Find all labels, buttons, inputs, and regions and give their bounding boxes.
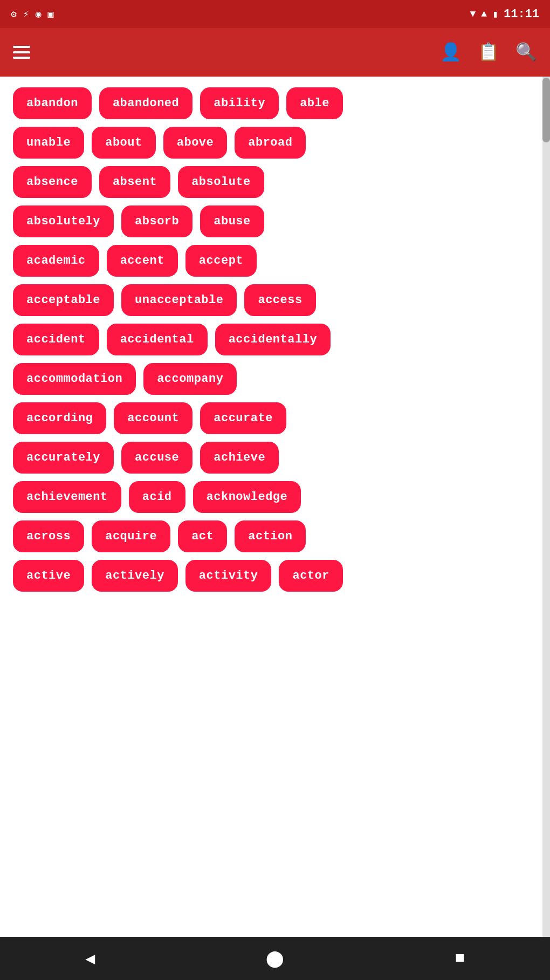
word-chip[interactable]: according [13, 402, 106, 434]
status-bar-right-icons: ▼ ▲ ▮ 11:11 [470, 8, 539, 21]
word-chip[interactable]: accuse [121, 442, 192, 474]
word-row: acceptableunacceptableaccess [13, 284, 532, 316]
toolbar-right: 👤 📋 🔍 [440, 42, 537, 63]
clock: 11:11 [504, 8, 539, 21]
word-chip[interactable]: achieve [200, 442, 279, 474]
word-row: accuratelyaccuseachieve [13, 442, 532, 474]
main-area: abandonabandonedabilityableunableaboutab… [0, 77, 550, 937]
signal-icon: ▲ [481, 9, 487, 19]
word-chip[interactable]: achievement [13, 481, 121, 513]
word-chip[interactable]: accurate [200, 402, 286, 434]
word-row: achievementacidacknowledge [13, 481, 532, 513]
back-button[interactable]: ◀ [85, 949, 95, 969]
word-chip[interactable]: actor [279, 560, 343, 592]
word-chip[interactable]: across [13, 520, 84, 552]
sim-icon: ▣ [48, 8, 54, 20]
word-chip[interactable]: absorb [121, 205, 192, 237]
word-row: accommodationaccompany [13, 363, 532, 395]
word-list: abandonabandonedabilityableunableaboutab… [0, 77, 542, 937]
word-chip[interactable]: active [13, 560, 84, 592]
scrollbar-track[interactable] [542, 77, 550, 937]
settings-icon: ⚙ [11, 8, 17, 20]
word-chip[interactable]: absent [99, 166, 170, 198]
word-row: unableaboutaboveabroad [13, 127, 532, 159]
hamburger-menu[interactable] [13, 46, 30, 59]
word-chip[interactable]: accurately [13, 442, 114, 474]
word-chip[interactable]: absolute [178, 166, 264, 198]
word-chip[interactable]: ability [200, 87, 279, 119]
word-chip[interactable]: about [92, 127, 156, 159]
person-voice-icon[interactable]: 👤 [440, 42, 462, 63]
word-chip[interactable]: activity [185, 560, 272, 592]
word-row: absolutelyabsorbabuse [13, 205, 532, 237]
word-chip[interactable]: accent [107, 245, 178, 277]
word-chip[interactable]: accept [185, 245, 257, 277]
search-icon[interactable]: 🔍 [515, 42, 537, 63]
word-chip[interactable]: act [178, 520, 227, 552]
word-chip[interactable]: accidentally [215, 324, 331, 355]
word-row: accidentaccidentalaccidentally [13, 324, 532, 355]
word-chip[interactable]: academic [13, 245, 99, 277]
word-chip[interactable]: acid [129, 481, 185, 513]
word-chip[interactable]: abroad [235, 127, 306, 159]
circle-icon: ◉ [36, 8, 42, 20]
home-button[interactable]: ⬤ [266, 949, 284, 969]
word-chip[interactable]: acknowledge [193, 481, 301, 513]
word-chip[interactable]: accompany [143, 363, 237, 395]
word-chip[interactable]: abuse [200, 205, 264, 237]
flash-icon: ⚡ [23, 8, 29, 20]
recent-apps-button[interactable]: ■ [455, 949, 465, 968]
word-chip[interactable]: acquire [92, 520, 170, 552]
word-chip[interactable]: absolutely [13, 205, 114, 237]
word-chip[interactable]: unacceptable [121, 284, 237, 316]
word-row: academicaccentaccept [13, 245, 532, 277]
word-chip[interactable]: unable [13, 127, 84, 159]
word-chip[interactable]: access [244, 284, 315, 316]
word-chip[interactable]: acceptable [13, 284, 114, 316]
status-bar-left-icons: ⚙ ⚡ ◉ ▣ [11, 8, 53, 20]
notebook-icon[interactable]: 📋 [478, 42, 499, 63]
word-chip[interactable]: accident [13, 324, 99, 355]
word-chip[interactable]: account [114, 402, 192, 434]
word-chip[interactable]: abandoned [99, 87, 192, 119]
word-chip[interactable]: abandon [13, 87, 92, 119]
word-chip[interactable]: above [163, 127, 228, 159]
battery-icon: ▮ [492, 8, 498, 20]
word-row: abandonabandonedabilityable [13, 87, 532, 119]
word-row: accordingaccountaccurate [13, 402, 532, 434]
word-row: activeactivelyactivityactor [13, 560, 532, 592]
toolbar-left [13, 46, 30, 59]
word-chip[interactable]: accidental [107, 324, 208, 355]
word-chip[interactable]: able [286, 87, 343, 119]
wifi-icon: ▼ [470, 9, 476, 19]
word-chip[interactable]: absence [13, 166, 92, 198]
toolbar: 👤 📋 🔍 [0, 28, 550, 77]
word-chip[interactable]: actively [92, 560, 178, 592]
bottom-navigation-bar: ◀ ⬤ ■ [0, 937, 550, 980]
status-bar: ⚙ ⚡ ◉ ▣ ▼ ▲ ▮ 11:11 [0, 0, 550, 28]
word-chip[interactable]: action [235, 520, 306, 552]
word-row: acrossacquireactaction [13, 520, 532, 552]
word-row: absenceabsentabsolute [13, 166, 532, 198]
scrollbar-thumb[interactable] [542, 78, 550, 142]
word-chip[interactable]: accommodation [13, 363, 136, 395]
